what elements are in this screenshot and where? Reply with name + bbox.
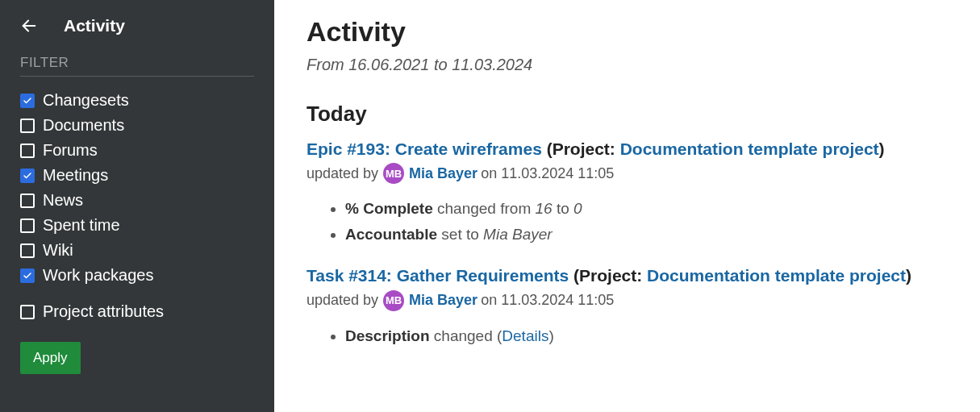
entry-timestamp: on 11.03.2024 11:05 [481,165,614,182]
filter-item-label: Project attributes [43,299,164,324]
range-from: 16.06.2021 [348,56,429,73]
project-suffix: ) [906,266,911,285]
activity-entry: Task #314: Gather Requirements (Project:… [307,264,948,344]
user-link[interactable]: Mia Bayer [409,292,477,309]
updated-by-label: updated by [307,165,378,182]
checkbox[interactable] [20,305,35,319]
filter-item-label: Meetings [43,163,108,188]
entry-title: Task #314: Gather Requirements (Project:… [307,264,948,286]
range-mid: to [429,56,452,73]
filter-item[interactable]: News [20,188,254,213]
entry-timestamp: on 11.03.2024 11:05 [481,292,614,309]
checkbox[interactable] [20,218,35,233]
entry-meta: updated byMBMia Bayeron 11.03.2024 11:05 [307,163,948,184]
sidebar: Activity FILTER ChangesetsDocumentsForum… [0,0,274,412]
filter-item-label: Work packages [43,263,153,288]
updated-by-label: updated by [307,292,378,309]
checkbox[interactable] [20,194,35,208]
filter-heading: FILTER [20,55,254,77]
back-arrow-icon[interactable] [20,17,38,35]
checkbox[interactable] [20,268,35,283]
filter-item-label: Changesets [43,88,129,113]
avatar[interactable]: MB [383,163,404,184]
check-icon [23,171,32,181]
filter-item[interactable]: Documents [20,113,254,138]
change-verb: changed [434,327,493,344]
change-item: Description changed (Details) [345,327,948,345]
entry-title: Epic #193: Create wireframes (Project: D… [307,138,948,160]
change-field: Accountable [345,226,437,243]
change-verb: set to [441,226,478,243]
project-suffix: ) [879,139,885,158]
page-title: Activity [307,16,948,48]
project-link[interactable]: Documentation template project [620,139,879,158]
change-item: % Complete changed from 16 to 0 [345,200,948,218]
entry-changes: Description changed (Details) [345,327,948,345]
main-content: Activity From 16.06.2021 to 11.03.2024 T… [274,0,980,412]
sidebar-header: Activity [20,16,254,35]
activity-entries: Epic #193: Create wireframes (Project: D… [307,138,948,345]
activity-entry: Epic #193: Create wireframes (Project: D… [307,138,948,243]
checkbox[interactable] [20,243,35,258]
change-to-word: to [557,200,569,217]
change-value: Mia Bayer [483,226,553,243]
apply-button[interactable]: Apply [20,342,81,374]
checkbox[interactable] [20,119,35,133]
range-to: 11.03.2024 [452,56,532,73]
range-prefix: From [307,56,348,73]
checkbox[interactable] [20,169,35,183]
change-verb: changed from [437,200,531,217]
avatar[interactable]: MB [383,290,404,311]
work-package-link[interactable]: Task #314: Gather Requirements [307,266,569,285]
work-package-link[interactable]: Epic #193: Create wireframes [307,139,542,158]
project-prefix: (Project: [569,266,647,285]
change-field: Description [345,327,430,344]
change-from: 16 [536,200,553,217]
filter-item[interactable]: Work packages [20,263,254,288]
filter-item[interactable]: Forums [20,138,254,163]
day-heading: Today [307,102,948,127]
date-range: From 16.06.2021 to 11.03.2024 [307,56,948,74]
details-link[interactable]: Details [502,327,548,344]
filter-item-label: Wiki [43,238,73,263]
filter-item[interactable]: Changesets [20,88,254,113]
entry-meta: updated byMBMia Bayeron 11.03.2024 11:05 [307,290,948,311]
entry-changes: % Complete changed from 16 to 0Accountab… [345,200,948,243]
filter-item-label: Spent time [43,213,120,238]
filter-item-label: Documents [43,113,124,138]
sidebar-title: Activity [64,16,125,35]
change-to: 0 [573,200,582,217]
user-link[interactable]: Mia Bayer [409,165,477,182]
project-link[interactable]: Documentation template project [647,266,906,285]
change-item: Accountable set to Mia Bayer [345,226,948,243]
filter-item-label: Forums [43,138,98,163]
filter-group-spacer [20,288,254,299]
filter-item[interactable]: Wiki [20,238,254,263]
project-prefix: (Project: [542,139,620,158]
filter-item[interactable]: Spent time [20,213,254,238]
check-icon [23,271,32,281]
filter-item[interactable]: Project attributes [20,299,254,324]
checkbox[interactable] [20,144,35,158]
filter-item[interactable]: Meetings [20,163,254,188]
filter-item-label: News [43,188,83,213]
check-icon [23,96,32,106]
filter-list: ChangesetsDocumentsForumsMeetingsNewsSpe… [20,88,254,324]
checkbox[interactable] [20,94,35,108]
change-field: % Complete [345,200,433,217]
